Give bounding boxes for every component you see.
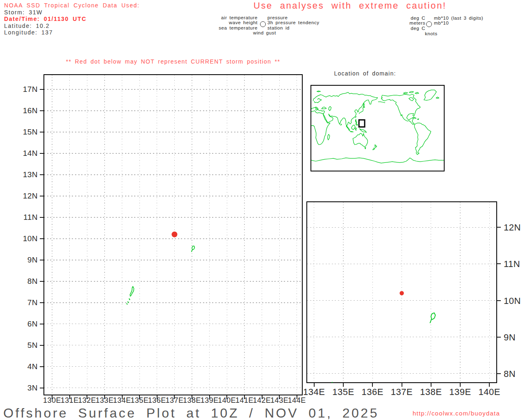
x-tick-label: 135E xyxy=(332,387,354,397)
station-model-circle-icon xyxy=(260,21,266,27)
tendency-unit-label: mb*10 xyxy=(434,21,483,25)
storm-position-warning: ** Red dot below may NOT represent CURRE… xyxy=(44,58,302,65)
x-tick-label: 138E xyxy=(420,387,442,397)
x-tick-label: 137E xyxy=(391,387,413,397)
x-tick-label: 135E xyxy=(130,396,148,404)
wave-height-unit-label: meters xyxy=(409,21,425,25)
island-coastlines xyxy=(322,313,435,413)
y-tick-label: 16N xyxy=(23,106,38,115)
x-tick-label: 136E xyxy=(148,396,166,404)
wind-gust-label: wind gust xyxy=(253,30,276,35)
island-coastline xyxy=(192,246,195,252)
y-tick-label: 7N xyxy=(27,298,38,307)
x-tick-label: 142E xyxy=(253,396,271,404)
y-tick-label: 12N xyxy=(23,192,38,200)
caution-headline: Use analyses with extreme caution! xyxy=(253,0,446,11)
y-tick-label: 9N xyxy=(27,256,38,264)
world-coastline xyxy=(417,119,419,120)
y-tick-label: 4N xyxy=(27,362,38,371)
x-tick-label: 131E xyxy=(61,396,79,404)
pressure-unit-label: mb*10 (last 3 digits) xyxy=(434,16,483,21)
y-tick-label: 10N xyxy=(504,296,521,306)
x-tick-label: 137E xyxy=(165,396,183,404)
x-tick-label: 139E xyxy=(449,387,471,397)
pressure-label: pressure xyxy=(267,15,320,20)
y-tick-label: 9N xyxy=(504,332,516,342)
data-source-line: NOAA SSD Tropical Cyclone Data Used: xyxy=(4,2,139,9)
x-tick-label: 132E xyxy=(78,396,96,404)
storm-position-dot xyxy=(171,231,177,237)
zoom-chart: 134E135E136E137E138E139E140E8N9N10N11N12… xyxy=(303,202,521,413)
station-model-circle-icon xyxy=(426,21,432,27)
world-coastline xyxy=(350,132,353,132)
island-coastline xyxy=(326,404,327,405)
y-tick-label: 5N xyxy=(27,341,38,349)
island-coastline xyxy=(127,304,127,304)
y-tick-label: 14N xyxy=(23,149,38,158)
world-locator-map xyxy=(311,85,444,171)
y-tick-label: 11N xyxy=(23,213,38,221)
island-coastlines xyxy=(127,246,194,304)
y-tick-label: 17N xyxy=(23,85,38,94)
domain-location-title: Location of domain: xyxy=(311,70,419,77)
storm-position-dot xyxy=(399,291,404,295)
legend-variables-right-column: pressure 3h pressure tendency station id xyxy=(267,15,320,30)
x-tick-label: 134E xyxy=(113,396,131,404)
y-tick-label: 12N xyxy=(504,222,521,233)
x-tick-label: 141E xyxy=(235,396,253,404)
world-map-border xyxy=(311,85,444,171)
main-chart: 130E131E132E133E134E135E136E137E138E139E… xyxy=(23,75,306,404)
y-tick-label: 8N xyxy=(27,277,38,285)
x-tick-label: 134E xyxy=(303,387,325,397)
y-tick-label: 11N xyxy=(504,259,520,269)
x-tick-label: 130E xyxy=(43,396,61,404)
x-tick-label: 133E xyxy=(96,396,114,404)
x-tick-label: 140E xyxy=(478,387,500,397)
x-tick-label: 143E xyxy=(270,396,288,404)
legend-units-left-column: deg C meters deg C xyxy=(409,16,425,31)
source-url-text: http://coolwx.com/buoydata xyxy=(413,410,500,417)
x-tick-label: 138E xyxy=(183,396,201,404)
island-coastline xyxy=(130,286,134,296)
plot-title: Offshore Surface Plot at 10Z / NOV 01, 2… xyxy=(3,406,379,420)
storm-id-line: Storm: 31W xyxy=(4,9,139,16)
wind-gust-unit-label: knots xyxy=(425,31,438,36)
pressure-tendency-label: 3h pressure tendency xyxy=(267,20,320,25)
legend-variables-left-column: air temperature wave height sea temperat… xyxy=(219,15,258,30)
longitude-line: Longitude: 137 xyxy=(4,29,139,36)
y-tick-label: 13N xyxy=(23,170,38,179)
datetime-line: Date/Time: 01/1130 UTC xyxy=(4,16,139,23)
offshore-surface-plot-screen: 130E131E132E133E134E135E136E137E138E139E… xyxy=(0,0,525,420)
air-temp-unit-label: deg C xyxy=(409,16,425,21)
y-tick-label: 6N xyxy=(27,320,38,328)
island-coastline xyxy=(129,299,130,300)
y-tick-label: 8N xyxy=(504,369,516,379)
island-coastline xyxy=(128,302,128,303)
x-tick-label: 139E xyxy=(201,396,219,404)
y-tick-label: 15N xyxy=(23,128,38,136)
station-id-label: station id xyxy=(267,25,320,30)
storm-info-block: NOAA SSD Tropical Cyclone Data Used: Sto… xyxy=(4,2,139,36)
y-tick-label: 3N xyxy=(27,383,38,392)
x-tick-label: 136E xyxy=(362,387,383,397)
sea-temp-unit-label: deg C xyxy=(409,26,425,31)
air-temperature-label: air temperature xyxy=(219,15,258,20)
latitude-line: Latitude: 10.2 xyxy=(4,23,139,30)
wave-height-label: wave height xyxy=(219,20,258,25)
y-tick-label: 10N xyxy=(23,234,38,243)
sea-temperature-label: sea temperature xyxy=(219,25,258,30)
legend-units-right-column: mb*10 (last 3 digits) mb*10 xyxy=(434,16,483,26)
x-tick-label: 144E xyxy=(288,396,306,404)
x-tick-label: 140E xyxy=(218,396,236,404)
